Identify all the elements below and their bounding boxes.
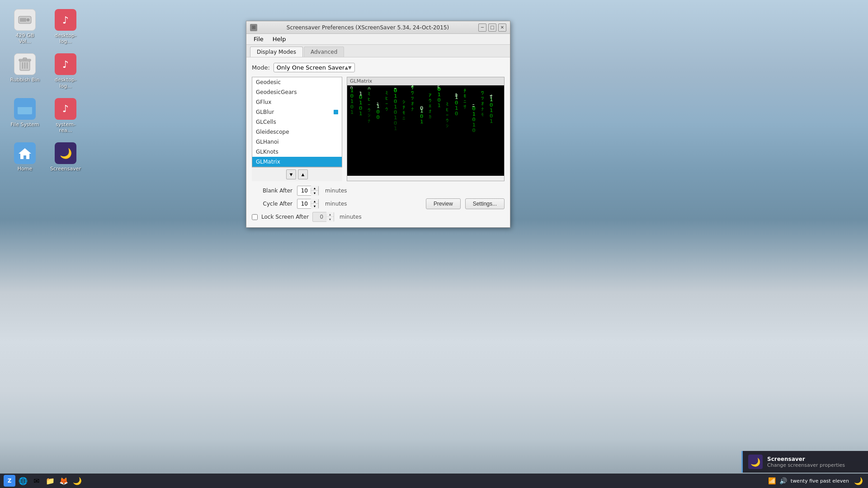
svg-text:1: 1 — [394, 126, 397, 131]
svg-text:ｴ: ｴ — [429, 103, 432, 108]
list-item-glblur[interactable]: GLBlur — [252, 107, 342, 117]
blank-after-increment[interactable]: ▲ — [311, 186, 318, 191]
list-item-glhanoi[interactable]: GLHanoi — [252, 137, 342, 147]
svg-text:0: 0 — [472, 127, 476, 133]
trash-icon — [14, 53, 36, 75]
menu-file[interactable]: File — [250, 35, 267, 43]
desktop-icon-home[interactable]: Home — [9, 142, 41, 172]
svg-text:0: 0 — [376, 114, 380, 120]
svg-text:ｵ: ｵ — [429, 108, 432, 114]
svg-point-3 — [28, 19, 29, 21]
svg-text:ｱ: ｱ — [429, 92, 432, 98]
icon-row-3: File System ♪ system-rea... — [9, 98, 81, 133]
svg-text:1: 1 — [359, 100, 363, 105]
matrix-preview: 1 0 1 0 1 0 1 0 1 ﾊ ﾐ — [347, 85, 504, 176]
taskbar-sleep[interactable]: 🌙 — [71, 475, 83, 487]
mode-select[interactable]: Only One Screen Saver ▲▼ — [274, 63, 355, 72]
mode-label: Mode: — [252, 64, 270, 71]
screensaver-list-container: Geodesic GeodesicGears GFlux GLBlur GLCe… — [252, 77, 342, 181]
notification-popup[interactable]: 🌙 Screensaver Change screensaver propert… — [741, 451, 868, 473]
lock-screen-row: Lock Screen After 0 ▲ ▼ minutes — [252, 212, 505, 222]
svg-text:0: 0 — [394, 99, 397, 104]
taskbar-firefox[interactable]: 🦊 — [58, 475, 70, 487]
list-move-up-button[interactable]: ▲ — [298, 169, 308, 179]
svg-text:ｶ: ｶ — [455, 92, 458, 98]
blank-after-decrement[interactable]: ▼ — [311, 191, 318, 196]
tab-display-modes[interactable]: Display Modes — [250, 47, 303, 57]
list-item-glknots[interactable]: GLKnots — [252, 147, 342, 157]
tab-advanced[interactable]: Advanced — [304, 47, 344, 57]
titlebar-buttons: ─ □ ✕ — [478, 23, 506, 32]
cycle-after-label: Cycle After — [252, 201, 292, 207]
blank-after-spinner[interactable]: 10 ▲ ▼ — [297, 186, 319, 196]
list-item-gleidescope[interactable]: Gleidescope — [252, 127, 342, 137]
close-button[interactable]: ✕ — [498, 23, 506, 32]
preview-screen: 1 0 1 0 1 0 1 0 1 ﾊ ﾐ — [347, 85, 504, 176]
desktop-icon-hdd[interactable]: 429 GB Vol... — [9, 9, 41, 44]
taskbar-browser[interactable]: 🌐 — [17, 475, 29, 487]
icon-row-4: Home 🌙 Screensaver — [9, 142, 81, 172]
svg-text:1: 1 — [350, 99, 354, 104]
svg-rect-1 — [20, 18, 26, 22]
settings-button[interactable]: Settings... — [465, 198, 505, 209]
list-item-gflux[interactable]: GFlux — [252, 97, 342, 107]
desktop-icon-filesystem[interactable]: File System — [9, 98, 41, 133]
svg-text:0: 0 — [376, 109, 380, 114]
svg-text:1: 1 — [437, 103, 441, 108]
notification-subtitle: Change screensaver properties — [767, 462, 845, 468]
svg-text:ﾅ: ﾅ — [368, 118, 371, 123]
svg-text:ﾋ: ﾋ — [446, 107, 449, 112]
lock-screen-checkbox[interactable] — [252, 214, 258, 220]
desktop-icon-music2[interactable]: ♪ desktop-log... — [50, 53, 81, 89]
svg-text:ｼ: ｼ — [368, 113, 371, 118]
svg-text:ﾅ: ﾅ — [402, 104, 406, 110]
taskbar-email[interactable]: ✉ — [31, 475, 42, 487]
screensaver-list: Geodesic GeodesicGears GFlux GLBlur GLCe… — [252, 77, 342, 167]
blank-after-row: Blank After 10 ▲ ▼ minutes — [252, 186, 505, 196]
main-panel: Geodesic GeodesicGears GFlux GLBlur GLCe… — [252, 77, 505, 181]
cycle-after-increment[interactable]: ▲ — [311, 199, 318, 204]
notification-icon: 🌙 — [748, 455, 763, 469]
svg-text:1: 1 — [472, 122, 476, 127]
preview-button[interactable]: Preview — [426, 198, 461, 209]
svg-text:ﾐ: ﾐ — [368, 91, 371, 96]
dialog-content: Mode: Only One Screen Saver ▲▼ Geodesic … — [246, 57, 510, 227]
window-titlebar: ⊞ Screensaver Preferences (XScreenSaver … — [246, 21, 510, 34]
list-item-glmatrix[interactable]: GLMatrix — [252, 157, 342, 167]
cycle-after-decrement[interactable]: ▼ — [311, 204, 318, 209]
svg-text:ｰ: ｰ — [368, 102, 371, 107]
desktop-icon-music1[interactable]: ♪ desktop-log... — [50, 9, 81, 44]
desktop-icons: 429 GB Vol... ♪ desktop-log... — [9, 9, 81, 172]
list-item-glcells[interactable]: GLCells — [252, 117, 342, 127]
list-move-down-button[interactable]: ▼ — [286, 169, 296, 179]
cycle-after-spinner[interactable]: 10 ▲ ▼ — [297, 199, 319, 209]
desktop-icon-screensaver[interactable]: 🌙 Screensaver — [50, 142, 81, 172]
taskbar-files[interactable]: 📁 — [44, 475, 56, 487]
music1-icon: ♪ — [55, 9, 76, 31]
desktop: 429 GB Vol... ♪ desktop-log... — [0, 0, 868, 488]
svg-text:0: 0 — [350, 93, 354, 99]
sysrea-label: system-rea... — [50, 122, 81, 133]
svg-text:ﾅ: ﾅ — [481, 106, 484, 112]
mode-select-value: Only One Screen Saver — [277, 64, 345, 71]
maximize-button[interactable]: □ — [488, 23, 496, 32]
svg-text:1: 1 — [394, 115, 397, 120]
svg-text:ｶ: ｶ — [429, 114, 432, 119]
volume-icon: 🔊 — [779, 477, 787, 484]
cycle-after-value: 10 — [297, 201, 311, 207]
window-icon: ⊞ — [250, 24, 257, 31]
svg-text:1: 1 — [490, 108, 493, 113]
svg-text:ﾐ: ﾐ — [446, 101, 449, 107]
taskbar-screensaver-indicator[interactable]: 🌙 — [853, 475, 864, 487]
desktop-icon-trash[interactable]: Rubbish Bin — [9, 53, 41, 89]
svg-text:ﾆ: ﾆ — [402, 115, 406, 121]
list-item-geodesicgears[interactable]: GeodesicGears — [252, 87, 342, 97]
minimize-button[interactable]: ─ — [478, 23, 486, 32]
list-item-geodesic[interactable]: Geodesic — [252, 77, 342, 87]
menu-help[interactable]: Help — [269, 35, 290, 43]
svg-text:ｰ: ｰ — [385, 101, 388, 106]
taskbar-start[interactable]: Z — [4, 475, 15, 487]
trash-label: Rubbish Bin — [10, 77, 40, 83]
lock-screen-label: Lock Screen After — [261, 214, 309, 220]
desktop-icon-sysrea[interactable]: ♪ system-rea... — [50, 98, 81, 133]
